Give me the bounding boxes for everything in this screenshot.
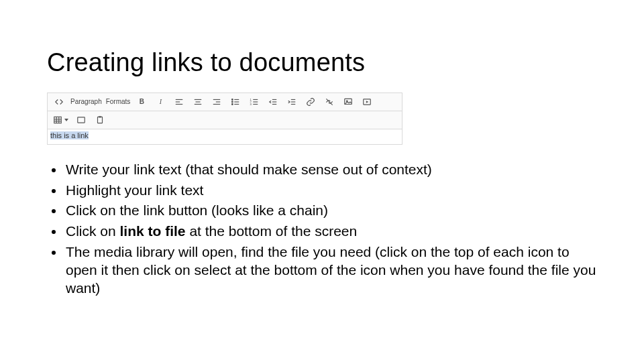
formats-dropdown-label: Formats bbox=[106, 98, 131, 105]
paste-icon[interactable] bbox=[93, 114, 107, 126]
italic-icon[interactable]: I bbox=[153, 96, 168, 108]
chevron-down-icon bbox=[64, 119, 68, 121]
list-item: Click on the link button (looks like a c… bbox=[64, 202, 597, 220]
list-item: Highlight your link text bbox=[64, 182, 597, 200]
unlink-icon[interactable] bbox=[322, 96, 337, 108]
paragraph-dropdown[interactable]: Paragraph bbox=[70, 98, 102, 105]
bullet-list-icon[interactable] bbox=[228, 96, 243, 108]
page-title: Creating links to documents bbox=[47, 48, 597, 78]
image-icon[interactable] bbox=[341, 96, 356, 108]
svg-point-13 bbox=[232, 103, 233, 105]
media-icon[interactable] bbox=[360, 96, 374, 108]
align-left-icon[interactable] bbox=[172, 96, 186, 108]
editor-screenshot: Paragraph Formats B I 123 bbox=[47, 93, 402, 145]
align-right-icon[interactable] bbox=[209, 96, 224, 108]
svg-rect-38 bbox=[98, 117, 103, 123]
svg-point-11 bbox=[232, 101, 233, 103]
formats-dropdown[interactable]: Formats bbox=[106, 98, 131, 105]
outdent-icon[interactable] bbox=[266, 96, 280, 108]
panel-icon[interactable] bbox=[74, 114, 89, 126]
bold-icon[interactable]: B bbox=[134, 96, 149, 108]
svg-rect-37 bbox=[78, 117, 85, 123]
editor-toolbar-row-1: Paragraph Formats B I 123 bbox=[47, 93, 402, 111]
numbered-list-icon[interactable]: 123 bbox=[247, 96, 262, 108]
editor-area[interactable]: this is a link bbox=[47, 129, 402, 145]
svg-rect-32 bbox=[54, 117, 62, 123]
svg-marker-31 bbox=[366, 101, 369, 103]
paragraph-dropdown-label: Paragraph bbox=[70, 98, 102, 105]
slide: Creating links to documents Paragraph Fo… bbox=[0, 0, 644, 362]
svg-rect-39 bbox=[99, 116, 101, 117]
svg-point-9 bbox=[232, 99, 233, 100]
list-item: Click on link to file at the bottom of t… bbox=[64, 223, 597, 241]
editor-toolbar-row-2 bbox=[47, 111, 402, 129]
editor-selected-text: this is a link bbox=[50, 131, 89, 139]
list-item: The media library will open, find the fi… bbox=[64, 243, 597, 298]
link-icon[interactable] bbox=[303, 96, 318, 108]
list-item: Write your link text (that should make s… bbox=[64, 161, 597, 179]
instruction-list: Write your link text (that should make s… bbox=[47, 161, 597, 298]
svg-text:3: 3 bbox=[250, 102, 252, 105]
indent-icon[interactable] bbox=[284, 96, 299, 108]
table-icon[interactable] bbox=[52, 114, 70, 126]
source-icon[interactable] bbox=[52, 96, 66, 108]
align-center-icon[interactable] bbox=[191, 96, 205, 108]
